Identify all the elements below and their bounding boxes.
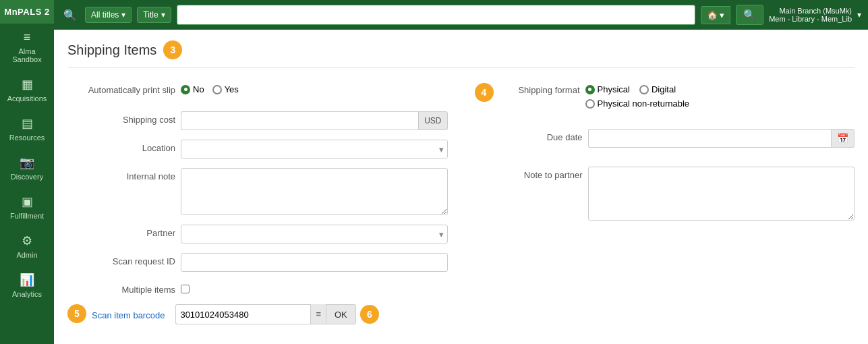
magnifier-icon[interactable]: 🔍	[61, 6, 80, 24]
topbar: 🔍 All titles ▾ Title ▾ 🏠 ▾ 🔍 Main Branch…	[54, 0, 868, 30]
scan-barcode-input[interactable]: 30101024053480	[175, 304, 310, 324]
step-badge-6: 6	[360, 305, 379, 324]
sidebar-item-label: Analytics	[12, 290, 42, 298]
sidebar-item-label: Fulfillment	[10, 212, 44, 220]
admin-icon: ⚙	[22, 233, 32, 248]
content-area: Shipping Items 3 Automatically print sli…	[54, 30, 868, 344]
sidebar-item-analytics[interactable]: 📊 Analytics	[0, 266, 54, 305]
form-col-right: 4 Shipping format Physical Digital	[475, 82, 855, 334]
scan-list-button[interactable]: ≡	[310, 304, 326, 324]
sidebar-item-alma-sandbox[interactable]: ≡ Alma Sandbox	[0, 24, 54, 70]
radio-physical-dot	[585, 85, 595, 94]
sidebar-item-label: Discovery	[11, 173, 43, 181]
location-select-wrapper: ▾	[181, 140, 448, 159]
user-menu-chevron[interactable]: ▾	[857, 10, 861, 20]
radio-physical-non-returnable-row: Physical non-returnable	[585, 98, 690, 109]
chevron-down-icon: ▾	[121, 10, 125, 20]
internal-note-row: Internal note	[67, 168, 448, 215]
step-badge-3: 3	[163, 40, 182, 59]
due-date-label: Due date	[475, 129, 583, 142]
search-button[interactable]: 🔍	[736, 5, 763, 25]
sidebar-item-acquisitions[interactable]: ▦ Acquisitions	[0, 70, 54, 109]
auto-print-label: Automatically print slip	[67, 82, 175, 95]
shipping-format-label: Shipping format	[499, 82, 580, 95]
scan-item-barcode-row: 5 Scan item barcode 30101024053480 ≡ OK …	[67, 304, 448, 324]
main-area: 🔍 All titles ▾ Title ▾ 🏠 ▾ 🔍 Main Branch…	[54, 0, 868, 344]
shipping-cost-row: Shipping cost USD	[67, 111, 448, 130]
location-label: Location	[67, 140, 175, 153]
app-logo[interactable]: MnPALS 2	[0, 0, 54, 24]
search-input[interactable]	[177, 5, 695, 25]
form-col-left: Automatically print slip No Yes	[67, 82, 448, 334]
note-to-partner-input[interactable]	[588, 167, 855, 221]
sidebar-item-resources[interactable]: ▤ Resources	[0, 109, 54, 148]
internal-note-input[interactable]	[181, 168, 448, 215]
radio-yes[interactable]: Yes	[212, 84, 239, 94]
internal-note-label: Internal note	[67, 168, 175, 181]
scan-request-id-row: Scan request ID	[67, 253, 448, 272]
location-select[interactable]	[181, 140, 448, 159]
acquisitions-icon: ▦	[22, 77, 33, 92]
multiple-items-checkbox-wrapper	[181, 281, 190, 293]
due-date-row: Due date 📅	[475, 129, 855, 148]
multiple-items-label: Multiple items	[67, 281, 175, 295]
radio-pnr-dot	[585, 99, 595, 109]
analytics-icon: 📊	[20, 273, 34, 287]
radio-yes-dot	[212, 85, 222, 94]
shipping-cost-input[interactable]	[181, 111, 418, 130]
page-title: Shipping Items	[67, 42, 156, 58]
search-field-dropdown[interactable]: Title ▾	[137, 7, 171, 23]
no-label: No	[193, 84, 204, 94]
auto-print-row: Automatically print slip No Yes	[67, 82, 448, 95]
note-to-partner-row: Note to partner	[475, 167, 855, 221]
scan-request-id-input[interactable]	[181, 253, 448, 272]
step-badge-4: 4	[475, 83, 494, 102]
yes-label: Yes	[225, 84, 239, 94]
location-row: Location ▾	[67, 140, 448, 159]
user-info: Main Branch (MsuMk) Mem - Library - Mem_…	[769, 7, 852, 23]
physical-label: Physical	[598, 84, 630, 94]
search-field-label: Title	[143, 10, 158, 20]
sidebar-item-admin[interactable]: ⚙ Admin	[0, 227, 54, 266]
radio-no[interactable]: No	[181, 84, 204, 94]
home-button[interactable]: 🏠 ▾	[701, 6, 731, 24]
radio-physical-non-returnable[interactable]: Physical non-returnable	[585, 98, 690, 109]
shipping-cost-label: Shipping cost	[67, 111, 175, 125]
sidebar-item-label: Admin	[16, 251, 37, 259]
sidebar-item-label: Acquisitions	[7, 94, 47, 103]
scan-request-id-label: Scan request ID	[67, 253, 175, 266]
digital-label: Digital	[652, 84, 676, 94]
radio-digital-dot	[639, 85, 649, 94]
scan-label-wrapper: 5 Scan item barcode	[67, 304, 165, 323]
search-scope-label: All titles	[91, 10, 119, 20]
multiple-items-checkbox[interactable]	[181, 285, 190, 293]
multiple-items-row: Multiple items	[67, 281, 448, 295]
due-date-input[interactable]	[588, 129, 832, 148]
shipping-cost-input-group: USD	[181, 111, 448, 130]
radio-physical[interactable]: Physical	[585, 84, 630, 94]
chevron-down-icon: ▾	[161, 10, 165, 20]
form-grid: Automatically print slip No Yes	[67, 82, 855, 334]
sidebar-item-label: Alma Sandbox	[3, 47, 51, 63]
due-date-input-wrapper: 📅	[588, 129, 855, 148]
step-badge-5: 5	[67, 304, 86, 323]
sidebar-item-discovery[interactable]: 📷 Discovery	[0, 148, 54, 188]
sidebar: MnPALS 2 ≡ Alma Sandbox ▦ Acquisitions ▤…	[0, 0, 54, 344]
discovery-icon: 📷	[20, 155, 34, 170]
sidebar-item-fulfillment[interactable]: ▣ Fulfillment	[0, 188, 54, 227]
radio-no-dot	[181, 85, 190, 94]
scan-ok-button[interactable]: OK	[326, 304, 356, 324]
partner-select-wrapper: ▾	[181, 225, 448, 243]
partner-select[interactable]	[181, 225, 448, 243]
fulfillment-icon: ▣	[22, 194, 33, 209]
page-header: Shipping Items 3	[67, 40, 855, 68]
scan-item-barcode-label: Scan item barcode	[92, 307, 165, 320]
calendar-button[interactable]: 📅	[831, 129, 855, 148]
partner-label: Partner	[67, 225, 175, 238]
scan-barcode-input-group: 30101024053480 ≡ OK 6	[175, 304, 378, 324]
sidebar-item-label: Resources	[9, 134, 45, 142]
search-scope-dropdown[interactable]: All titles ▾	[85, 7, 132, 23]
partner-row: Partner ▾	[67, 225, 448, 243]
shipping-format-main-row: Physical Digital	[585, 84, 690, 94]
radio-digital[interactable]: Digital	[639, 84, 676, 94]
